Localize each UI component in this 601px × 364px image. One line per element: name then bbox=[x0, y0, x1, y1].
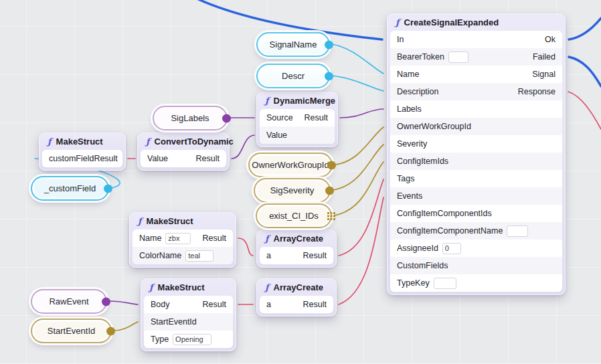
port-row: StartEventId bbox=[144, 313, 233, 331]
variable-pill-rawevent[interactable]: RawEvent bbox=[31, 289, 107, 314]
variable-pill-signalname[interactable]: SignalName bbox=[256, 32, 330, 57]
port-row: Tags bbox=[390, 170, 562, 187]
node-header[interactable]: ƒ ConvertToDynamic bbox=[138, 133, 229, 150]
node-makestruct-3[interactable]: ƒ MakeStruct Body Result StartEventId Ty… bbox=[141, 278, 236, 351]
node-title: ArrayCreate bbox=[274, 234, 323, 244]
node-graph-canvas[interactable]: ƒ CreateSignalExpanded In Ok BearerToken… bbox=[0, 0, 601, 364]
configitemcomponentname-input[interactable] bbox=[507, 225, 528, 237]
output-port[interactable] bbox=[106, 327, 115, 335]
node-arraycreate-2[interactable]: ƒ ArrayCreate a Result bbox=[256, 278, 337, 316]
port-row: Severity bbox=[390, 135, 562, 153]
node-title: ConvertToDynamic bbox=[155, 136, 234, 147]
variable-pill-descr[interactable]: Descr bbox=[256, 64, 330, 88]
node-createsignalexpanded[interactable]: ƒ CreateSignalExpanded In Ok BearerToken… bbox=[387, 13, 566, 295]
function-icon: ƒ bbox=[146, 136, 150, 147]
function-icon: ƒ bbox=[265, 96, 269, 106]
node-title: MakeStruct bbox=[158, 282, 205, 292]
output-port[interactable] bbox=[325, 186, 334, 195]
pill-label: exist_CI_IDs bbox=[269, 211, 319, 221]
node-title: CreateSignalExpanded bbox=[404, 17, 499, 27]
port-row: Source Result bbox=[260, 109, 335, 126]
colorname-input[interactable] bbox=[185, 250, 213, 262]
output-port[interactable] bbox=[325, 72, 333, 80]
node-title: DynamicMerge bbox=[274, 96, 335, 106]
port-row: AssigneeId bbox=[390, 240, 562, 257]
variable-pill-existciids[interactable]: exist_CI_IDs bbox=[256, 203, 332, 228]
edge-converttodynamic-value[interactable] bbox=[232, 135, 254, 159]
pill-label: SigSeverity bbox=[270, 185, 315, 195]
edge-sigseverity-severity[interactable] bbox=[333, 145, 383, 190]
edge-existciids-configitemids[interactable] bbox=[334, 162, 383, 215]
node-header[interactable]: ƒ CreateSignalExpanded bbox=[388, 14, 565, 31]
node-title: MakeStruct bbox=[147, 216, 193, 226]
port-row: ConfigItemComponentIds bbox=[390, 205, 562, 222]
variable-pill-starteventid[interactable]: StartEventId bbox=[31, 318, 112, 343]
edge-response-out[interactable] bbox=[568, 92, 601, 129]
port-row: Type bbox=[144, 331, 233, 348]
node-header[interactable]: ƒ ArrayCreate bbox=[257, 230, 336, 247]
edge-flow-ok[interactable] bbox=[569, 18, 601, 39]
port-row: a Result bbox=[260, 247, 333, 264]
variable-pill-ownerworkgroupid[interactable]: OwnerWorkGroupId bbox=[248, 153, 333, 177]
node-header[interactable]: ƒ ArrayCreate bbox=[257, 279, 336, 296]
port-row: Value Result bbox=[141, 150, 226, 167]
node-header[interactable]: ƒ MakeStruct bbox=[39, 133, 125, 150]
port-row: Labels bbox=[390, 100, 562, 118]
edge-arraycreate1-tags[interactable] bbox=[339, 179, 383, 256]
node-converttodynamic[interactable]: ƒ ConvertToDynamic Value Result bbox=[137, 132, 230, 171]
output-port-array[interactable] bbox=[327, 212, 335, 220]
edge-starteventid[interactable] bbox=[114, 322, 138, 331]
function-icon: ƒ bbox=[265, 282, 269, 292]
edge-makestruct2-arraycreate1[interactable] bbox=[238, 238, 253, 256]
port-row: OwnerWorkGroupId bbox=[390, 118, 562, 135]
variable-pill-sigseverity[interactable]: SigSeverity bbox=[254, 178, 331, 203]
pill-label: SigLabels bbox=[171, 113, 209, 123]
node-header[interactable]: ƒ MakeStruct bbox=[141, 279, 236, 296]
function-icon: ƒ bbox=[396, 17, 400, 27]
output-port[interactable] bbox=[104, 184, 112, 193]
edge-rawevent-body[interactable] bbox=[109, 301, 138, 304]
port-row: a Result bbox=[260, 296, 333, 313]
port-row: BearerToken Failed bbox=[390, 48, 562, 66]
variable-pill-customfield[interactable]: _customField bbox=[31, 176, 109, 201]
port-row: Name Signal bbox=[390, 66, 562, 83]
port-row: Events bbox=[390, 187, 562, 205]
port-row: Value bbox=[260, 126, 335, 144]
port-row: ConfigItemIds bbox=[390, 153, 562, 170]
port-row: Name Result bbox=[133, 230, 233, 247]
edge-ownerworkgroupid[interactable] bbox=[335, 127, 383, 165]
port-row: TypeKey bbox=[390, 274, 562, 292]
port-row: ColorName bbox=[133, 247, 233, 264]
function-icon: ƒ bbox=[149, 282, 153, 292]
node-title: MakeStruct bbox=[56, 136, 103, 147]
function-icon: ƒ bbox=[48, 136, 52, 147]
node-dynamicmerge[interactable]: ƒ DynamicMerge Source Result Value bbox=[256, 92, 338, 147]
pill-label: StartEventId bbox=[48, 326, 96, 336]
pill-label: _customField bbox=[44, 183, 96, 193]
typekey-input[interactable] bbox=[434, 278, 456, 289]
output-port[interactable] bbox=[325, 40, 333, 49]
edge-signalname-name[interactable] bbox=[332, 44, 383, 74]
node-makestruct-1[interactable]: ƒ MakeStruct customField Result bbox=[39, 132, 126, 171]
pill-label: SignalName bbox=[270, 39, 317, 50]
edge-arraycreate2-events[interactable] bbox=[339, 197, 383, 304]
type-input[interactable] bbox=[173, 334, 211, 345]
node-makestruct-2[interactable]: ƒ MakeStruct Name Result ColorName bbox=[129, 212, 236, 268]
node-arraycreate-1[interactable]: ƒ ArrayCreate a Result bbox=[256, 230, 337, 268]
output-port[interactable] bbox=[327, 161, 336, 169]
port-row: Body Result bbox=[144, 296, 233, 313]
node-header[interactable]: ƒ MakeStruct bbox=[130, 213, 236, 230]
edge-descr-description[interactable] bbox=[332, 76, 383, 91]
node-header[interactable]: ƒ DynamicMerge bbox=[257, 92, 337, 109]
edge-flow-failed[interactable] bbox=[569, 57, 601, 86]
pill-label: RawEvent bbox=[49, 296, 88, 306]
name-input[interactable] bbox=[165, 233, 191, 244]
bearertoken-input[interactable] bbox=[448, 52, 468, 63]
node-title: ArrayCreate bbox=[274, 282, 323, 292]
edge-dynamicmerge-labels[interactable] bbox=[340, 109, 383, 118]
variable-pill-siglabels[interactable]: SigLabels bbox=[153, 106, 228, 130]
output-port[interactable] bbox=[102, 297, 110, 306]
port-row: ConfigItemComponentName bbox=[390, 222, 562, 240]
output-port[interactable] bbox=[222, 114, 231, 122]
assigneeid-input[interactable] bbox=[442, 243, 461, 254]
